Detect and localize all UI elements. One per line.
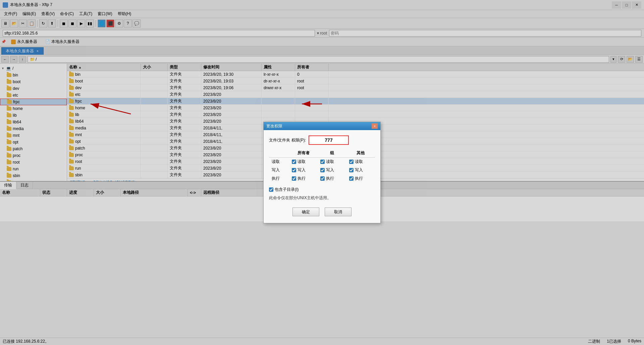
- perm-owner-exec-label: 执行: [298, 176, 306, 181]
- checkbox-group-exec[interactable]: [320, 176, 325, 181]
- checkbox-other-exec[interactable]: [349, 176, 354, 181]
- dialog-overlay: 更改权限 × 文件/文件夹 权限(P): 所有者 组 其他: [0, 0, 644, 345]
- dialog-content: 文件/文件夹 权限(P): 所有者 组 其他 读取: [264, 130, 380, 223]
- perm-value-input[interactable]: [309, 135, 349, 145]
- perm-group-exec-label: 执行: [326, 176, 334, 181]
- dialog-ok-button[interactable]: 确定: [292, 208, 319, 216]
- perm-owner-write-label: 写入: [298, 167, 306, 173]
- perm-group-write: 写入: [320, 167, 343, 173]
- include-sub-label: 包含子目录(I): [275, 187, 299, 192]
- include-sub-row: 包含子目录(I): [269, 187, 375, 192]
- perm-col-empty: [269, 149, 289, 158]
- perm-row-read: 读取 读取 读取: [269, 158, 375, 166]
- checkbox-owner-exec[interactable]: [292, 176, 296, 181]
- perm-row-label-exec: 执行: [269, 174, 289, 183]
- dialog-note: 此命令仅在部分UNIX主机中适用。: [269, 195, 375, 201]
- checkbox-other-read[interactable]: [349, 160, 354, 164]
- checkbox-include-sub[interactable]: [269, 187, 273, 192]
- checkbox-owner-read[interactable]: [292, 160, 296, 164]
- perm-col-owner: 所有者: [289, 149, 318, 158]
- perm-other-exec-label: 执行: [355, 176, 363, 181]
- perm-col-group: 组: [318, 149, 346, 158]
- dialog-title: 更改权限: [266, 123, 282, 129]
- checkbox-owner-write[interactable]: [292, 168, 296, 172]
- checkbox-group-write[interactable]: [320, 168, 325, 172]
- perm-col-other: 其他: [346, 149, 375, 158]
- perm-label: 文件/文件夹 权限(P):: [269, 137, 306, 143]
- perm-group-read: 读取: [320, 159, 343, 165]
- change-permissions-dialog: 更改权限 × 文件/文件夹 权限(P): 所有者 组 其他: [263, 122, 381, 223]
- checkbox-other-write[interactable]: [349, 168, 354, 172]
- perm-row-exec: 执行 执行 执行: [269, 174, 375, 183]
- perm-input-row: 文件/文件夹 权限(P):: [269, 135, 375, 145]
- perm-other-read: 读取: [349, 159, 372, 165]
- perm-owner-read-label: 读取: [298, 159, 306, 165]
- perm-other-exec: 执行: [349, 176, 372, 181]
- perm-owner-exec: 执行: [292, 176, 315, 181]
- perm-other-write: 写入: [349, 167, 372, 173]
- perm-group-read-label: 读取: [326, 159, 334, 165]
- checkbox-group-read[interactable]: [320, 160, 325, 164]
- perm-row-write: 写入 写入 写入: [269, 166, 375, 174]
- perm-group-exec: 执行: [320, 176, 343, 181]
- dialog-titlebar: 更改权限 ×: [264, 122, 380, 130]
- perm-row-label-read: 读取: [269, 158, 289, 166]
- perm-group-write-label: 写入: [326, 167, 334, 173]
- perm-owner-read: 读取: [292, 159, 315, 165]
- perm-other-read-label: 读取: [355, 159, 363, 165]
- perm-other-write-label: 写入: [355, 167, 363, 173]
- perm-table: 所有者 组 其他 读取 读取: [269, 149, 375, 183]
- dialog-cancel-button[interactable]: 取消: [325, 208, 352, 216]
- perm-owner-write: 写入: [292, 167, 315, 173]
- dialog-buttons: 确定 取消: [269, 205, 375, 218]
- perm-row-label-write: 写入: [269, 166, 289, 174]
- dialog-close-button[interactable]: ×: [372, 123, 378, 129]
